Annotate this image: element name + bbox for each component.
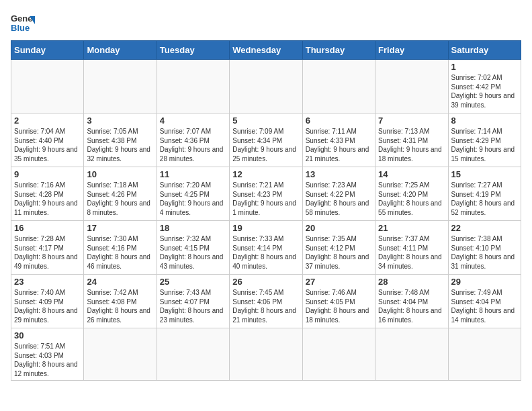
day-info: Sunrise: 7:37 AM Sunset: 4:11 PM Dayligh… [378,234,445,271]
calendar-cell: 10Sunrise: 7:18 AM Sunset: 4:26 PM Dayli… [84,167,157,221]
day-number: 30 [14,330,81,340]
calendar-header-saturday: Saturday [448,41,521,60]
day-number: 28 [378,277,445,287]
calendar-cell [157,328,229,381]
day-info: Sunrise: 7:46 AM Sunset: 4:05 PM Dayligh… [306,288,372,324]
calendar-cell: 16Sunrise: 7:28 AM Sunset: 4:17 PM Dayli… [11,221,84,275]
day-info: Sunrise: 7:04 AM Sunset: 4:40 PM Dayligh… [14,127,81,163]
calendar-cell: 9Sunrise: 7:16 AM Sunset: 4:28 PM Daylig… [11,167,84,221]
day-number: 21 [378,223,445,233]
day-number: 16 [14,223,81,233]
calendar-cell: 29Sunrise: 7:49 AM Sunset: 4:04 PM Dayli… [448,275,521,328]
calendar-cell: 5Sunrise: 7:09 AM Sunset: 4:34 PM Daylig… [230,113,302,167]
calendar-cell: 7Sunrise: 7:13 AM Sunset: 4:31 PM Daylig… [375,113,448,167]
logo: General Blue [11,11,35,35]
day-number: 14 [378,169,445,179]
day-info: Sunrise: 7:18 AM Sunset: 4:26 PM Dayligh… [87,181,153,217]
calendar-cell: 19Sunrise: 7:33 AM Sunset: 4:14 PM Dayli… [230,221,302,275]
day-info: Sunrise: 7:20 AM Sunset: 4:25 PM Dayligh… [160,181,226,217]
calendar-cell [84,328,157,381]
day-info: Sunrise: 7:27 AM Sunset: 4:19 PM Dayligh… [451,181,518,217]
calendar-cell: 20Sunrise: 7:35 AM Sunset: 4:12 PM Dayli… [302,221,375,275]
calendar-cell [375,328,448,381]
calendar-week-row: 9Sunrise: 7:16 AM Sunset: 4:28 PM Daylig… [11,167,521,221]
day-info: Sunrise: 7:21 AM Sunset: 4:23 PM Dayligh… [232,181,299,217]
day-info: Sunrise: 7:48 AM Sunset: 4:04 PM Dayligh… [378,288,445,324]
day-info: Sunrise: 7:32 AM Sunset: 4:15 PM Dayligh… [160,234,226,271]
calendar-header-monday: Monday [84,41,157,60]
calendar-cell: 30Sunrise: 7:51 AM Sunset: 4:03 PM Dayli… [11,328,84,381]
calendar-header-tuesday: Tuesday [157,41,229,60]
calendar-header-row: SundayMondayTuesdayWednesdayThursdayFrid… [11,41,521,60]
calendar-cell: 3Sunrise: 7:05 AM Sunset: 4:38 PM Daylig… [84,113,157,167]
day-info: Sunrise: 7:42 AM Sunset: 4:08 PM Dayligh… [87,288,153,324]
day-info: Sunrise: 7:11 AM Sunset: 4:33 PM Dayligh… [306,127,372,163]
calendar-cell: 23Sunrise: 7:40 AM Sunset: 4:09 PM Dayli… [11,275,84,328]
day-info: Sunrise: 7:45 AM Sunset: 4:06 PM Dayligh… [232,288,299,324]
day-info: Sunrise: 7:05 AM Sunset: 4:38 PM Dayligh… [87,127,153,163]
calendar-cell: 17Sunrise: 7:30 AM Sunset: 4:16 PM Dayli… [84,221,157,275]
calendar-cell: 15Sunrise: 7:27 AM Sunset: 4:19 PM Dayli… [448,167,521,221]
day-number: 8 [451,116,518,126]
svg-text:Blue: Blue [11,23,30,33]
calendar-cell: 12Sunrise: 7:21 AM Sunset: 4:23 PM Dayli… [230,167,302,221]
day-number: 3 [87,116,153,126]
calendar-cell [11,60,84,113]
day-info: Sunrise: 7:38 AM Sunset: 4:10 PM Dayligh… [451,234,518,271]
day-number: 27 [306,277,372,287]
calendar-cell [84,60,157,113]
day-number: 11 [160,169,226,179]
calendar-cell [302,328,375,381]
calendar-cell: 6Sunrise: 7:11 AM Sunset: 4:33 PM Daylig… [302,113,375,167]
calendar-cell [157,60,229,113]
calendar-cell: 14Sunrise: 7:25 AM Sunset: 4:20 PM Dayli… [375,167,448,221]
day-number: 4 [160,116,226,126]
calendar-week-row: 1Sunrise: 7:02 AM Sunset: 4:42 PM Daylig… [11,60,521,113]
day-number: 22 [451,223,518,233]
calendar-header-thursday: Thursday [302,41,375,60]
day-number: 26 [232,277,299,287]
calendar-cell: 27Sunrise: 7:46 AM Sunset: 4:05 PM Dayli… [302,275,375,328]
day-number: 15 [451,169,518,179]
calendar-cell: 4Sunrise: 7:07 AM Sunset: 4:36 PM Daylig… [157,113,229,167]
logo-icon: General Blue [11,11,35,35]
day-number: 18 [160,223,226,233]
day-number: 10 [87,169,153,179]
day-info: Sunrise: 7:49 AM Sunset: 4:04 PM Dayligh… [451,288,518,324]
calendar-cell: 2Sunrise: 7:04 AM Sunset: 4:40 PM Daylig… [11,113,84,167]
day-info: Sunrise: 7:23 AM Sunset: 4:22 PM Dayligh… [306,181,372,217]
day-number: 1 [451,62,518,72]
calendar-cell: 21Sunrise: 7:37 AM Sunset: 4:11 PM Dayli… [375,221,448,275]
day-number: 23 [14,277,81,287]
day-info: Sunrise: 7:35 AM Sunset: 4:12 PM Dayligh… [306,234,372,271]
day-info: Sunrise: 7:40 AM Sunset: 4:09 PM Dayligh… [14,288,81,324]
day-info: Sunrise: 7:28 AM Sunset: 4:17 PM Dayligh… [14,234,81,271]
calendar-cell: 25Sunrise: 7:43 AM Sunset: 4:07 PM Dayli… [157,275,229,328]
day-info: Sunrise: 7:30 AM Sunset: 4:16 PM Dayligh… [87,234,153,271]
day-number: 24 [87,277,153,287]
day-number: 5 [232,116,299,126]
header: General Blue [11,11,521,35]
day-info: Sunrise: 7:02 AM Sunset: 4:42 PM Dayligh… [451,73,518,109]
calendar-cell [302,60,375,113]
day-number: 12 [232,169,299,179]
day-info: Sunrise: 7:25 AM Sunset: 4:20 PM Dayligh… [378,181,445,217]
calendar-cell [375,60,448,113]
day-info: Sunrise: 7:13 AM Sunset: 4:31 PM Dayligh… [378,127,445,163]
day-number: 2 [14,116,81,126]
day-number: 9 [14,169,81,179]
calendar-cell: 8Sunrise: 7:14 AM Sunset: 4:29 PM Daylig… [448,113,521,167]
calendar-week-row: 23Sunrise: 7:40 AM Sunset: 4:09 PM Dayli… [11,275,521,328]
day-info: Sunrise: 7:51 AM Sunset: 4:03 PM Dayligh… [14,342,81,378]
calendar-week-row: 2Sunrise: 7:04 AM Sunset: 4:40 PM Daylig… [11,113,521,167]
calendar-cell: 26Sunrise: 7:45 AM Sunset: 4:06 PM Dayli… [230,275,302,328]
calendar-cell [448,328,521,381]
calendar-cell: 28Sunrise: 7:48 AM Sunset: 4:04 PM Dayli… [375,275,448,328]
day-number: 25 [160,277,226,287]
day-number: 29 [451,277,518,287]
day-info: Sunrise: 7:16 AM Sunset: 4:28 PM Dayligh… [14,181,81,217]
calendar-header-wednesday: Wednesday [230,41,302,60]
calendar-cell: 11Sunrise: 7:20 AM Sunset: 4:25 PM Dayli… [157,167,229,221]
day-number: 17 [87,223,153,233]
calendar-cell: 24Sunrise: 7:42 AM Sunset: 4:08 PM Dayli… [84,275,157,328]
